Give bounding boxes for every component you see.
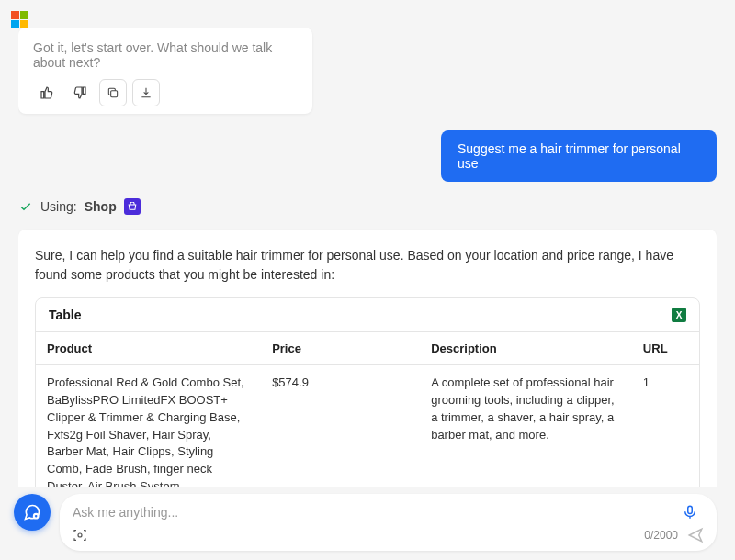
microsoft-logo <box>11 11 28 28</box>
chat-input[interactable] <box>73 501 676 523</box>
cell-product: Professional Red & Gold Combo Set, BaByl… <box>36 365 261 487</box>
chat-area: Got it, let's start over. What should we… <box>18 28 717 487</box>
input-box: 0/2000 <box>60 494 717 551</box>
char-counter: 0/2000 <box>644 529 678 542</box>
assistant-response: Sure, I can help you find a suitable hai… <box>18 230 717 487</box>
send-icon[interactable] <box>687 527 704 543</box>
col-description: Description <box>420 332 632 365</box>
using-tool-name: Shop <box>85 199 117 214</box>
table-row: Professional Red & Gold Combo Set, BaByl… <box>36 365 699 487</box>
table-header: Table X <box>36 298 699 332</box>
input-bar: 0/2000 <box>18 494 717 551</box>
svg-rect-0 <box>111 91 118 97</box>
shop-icon <box>124 198 141 215</box>
copy-icon[interactable] <box>99 79 127 106</box>
col-product: Product <box>36 332 261 365</box>
svg-point-3 <box>78 533 82 537</box>
download-icon[interactable] <box>132 79 160 106</box>
check-icon <box>18 199 33 214</box>
using-prefix: Using: <box>40 199 77 214</box>
user-message: Suggest me a hair trimmer for personal u… <box>441 130 717 182</box>
table-container: Table X Product Price Description URL Pr… <box>35 297 700 487</box>
thumbs-down-icon[interactable] <box>66 79 94 106</box>
microphone-icon[interactable] <box>676 504 704 521</box>
cell-url[interactable]: 1 <box>632 365 699 487</box>
results-table: Product Price Description URL Profession… <box>36 332 699 487</box>
visual-search-icon[interactable] <box>73 528 87 543</box>
cell-description: A complete set of professional hair groo… <box>420 365 632 487</box>
thumbs-up-icon[interactable] <box>33 79 61 106</box>
new-topic-button[interactable] <box>14 494 51 531</box>
response-intro: Sure, I can help you find a suitable hai… <box>35 246 700 285</box>
col-url: URL <box>632 332 699 365</box>
using-tool-row: Using: Shop <box>18 198 717 215</box>
col-price: Price <box>261 332 420 365</box>
assistant-message-text: Got it, let's start over. What should we… <box>33 40 298 70</box>
svg-rect-2 <box>688 506 693 513</box>
cell-price: $574.9 <box>261 365 420 487</box>
table-title: Table <box>49 308 82 322</box>
excel-icon[interactable]: X <box>672 308 686 322</box>
assistant-message: Got it, let's start over. What should we… <box>18 28 312 114</box>
message-actions <box>33 79 298 106</box>
